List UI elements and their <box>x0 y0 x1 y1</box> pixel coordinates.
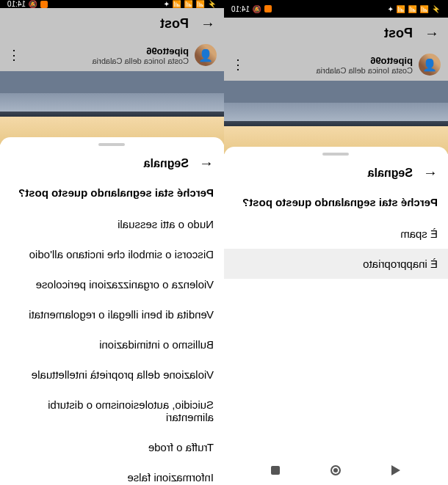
report-option[interactable]: Informazioni false <box>0 462 224 485</box>
status-bar: ⚡ 📶 📶 📶 ✦ 🔕 14:10 <box>0 0 224 8</box>
clock: 14:10 <box>7 0 26 8</box>
nav-home-icon[interactable] <box>331 465 342 475</box>
post-image <box>0 71 224 145</box>
nav-back-icon[interactable] <box>392 465 401 475</box>
report-option[interactable]: Discorsi o simboli che incitano all'odio <box>0 239 224 269</box>
screen-right: ⚡ 📶 📶 📶 ✦ 🔕 14:10 ← Post 👤 pipetto96 Cos… <box>0 0 224 485</box>
options-list-left: È spamÈ inappropriato <box>224 219 448 456</box>
more-icon[interactable]: ⋮ <box>231 56 245 73</box>
report-option[interactable]: Truffa o frode <box>0 432 224 462</box>
screen-left: ⚡ 📶 📶 📶 ✦ 🔕 14:10 ← Post 👤 pipetto96 Cos… <box>224 0 448 485</box>
user-row[interactable]: 👤 pipetto96 Costa Ionica della Calabria … <box>224 48 448 81</box>
sheet-back-icon[interactable]: ← <box>199 155 214 172</box>
post-header: ← Post <box>224 18 448 48</box>
dnd-icon: 🔕 <box>253 5 261 13</box>
avatar[interactable]: 👤 <box>195 44 217 66</box>
report-question: Perché stai segnalando questo post? <box>224 190 448 219</box>
username: pipetto96 <box>250 55 413 66</box>
wifi-icon: 📶 <box>196 0 205 8</box>
more-icon[interactable]: ⋮ <box>7 47 21 63</box>
signal2-icon: 📶 <box>397 5 405 13</box>
report-option[interactable]: Violazione della proprietà intellettuale <box>0 360 224 390</box>
battery-icon: ⚡ <box>432 5 441 13</box>
drag-handle[interactable] <box>99 143 126 146</box>
signal-icon: 📶 <box>408 5 417 13</box>
avatar[interactable]: 👤 <box>419 54 441 76</box>
report-option[interactable]: Bullismo o intimidazioni <box>0 329 224 360</box>
sheet-back-icon[interactable]: ← <box>423 164 438 181</box>
recording-indicator <box>264 5 272 12</box>
back-arrow-icon[interactable]: ← <box>424 25 439 42</box>
post-title: Post <box>9 16 189 32</box>
nav-recent-icon[interactable] <box>272 466 281 475</box>
report-option[interactable]: Violenza o organizzazioni pericolose <box>0 269 224 299</box>
back-arrow-icon[interactable]: ← <box>200 15 215 32</box>
location: Costa Ionica della Calabria <box>26 56 189 65</box>
post-image <box>224 81 448 154</box>
battery-icon: ⚡ <box>208 0 217 8</box>
report-option[interactable]: È inappropriato <box>224 249 448 279</box>
sheet-title: Segnala <box>234 167 413 180</box>
user-row[interactable]: 👤 pipetto96 Costa Ionica della Calabria … <box>0 39 224 71</box>
report-sheet: ← Segnala Perché stai segnalando questo … <box>0 137 224 485</box>
report-question: Perché stai segnalando questo post? <box>0 180 224 209</box>
recording-indicator <box>40 1 48 8</box>
signal2-icon: 📶 <box>173 0 181 8</box>
drag-handle[interactable] <box>323 153 350 156</box>
report-option[interactable]: Suicidio, autolesionismo o disturbi alim… <box>0 390 224 432</box>
nav-bar <box>224 456 448 485</box>
signal-icon: 📶 <box>184 0 193 8</box>
volte-icon: ✦ <box>388 5 394 13</box>
location: Costa Ionica della Calabria <box>250 66 413 75</box>
dnd-icon: 🔕 <box>29 0 37 8</box>
username: pipetto96 <box>26 45 189 56</box>
sheet-title: Segnala <box>10 157 189 170</box>
options-list-right: Nudo o atti sessualiDiscorsi o simboli c… <box>0 209 224 485</box>
clock: 14:10 <box>231 5 250 13</box>
post-header: ← Post <box>0 8 224 39</box>
status-bar: ⚡ 📶 📶 📶 ✦ 🔕 14:10 <box>224 0 448 18</box>
volte-icon: ✦ <box>164 0 170 8</box>
post-title: Post <box>233 26 413 41</box>
report-option[interactable]: Vendita di beni illegali o regolamentati <box>0 299 224 329</box>
dimmed-backdrop: ← Post 👤 pipetto96 Costa Ionica della Ca… <box>224 18 448 154</box>
report-option[interactable]: Nudo o atti sessuali <box>0 209 224 239</box>
report-option[interactable]: È spam <box>224 219 448 249</box>
dimmed-backdrop: ← Post 👤 pipetto96 Costa Ionica della Ca… <box>0 8 224 145</box>
wifi-icon: 📶 <box>420 5 429 13</box>
report-sheet: ← Segnala Perché stai segnalando questo … <box>224 147 448 456</box>
